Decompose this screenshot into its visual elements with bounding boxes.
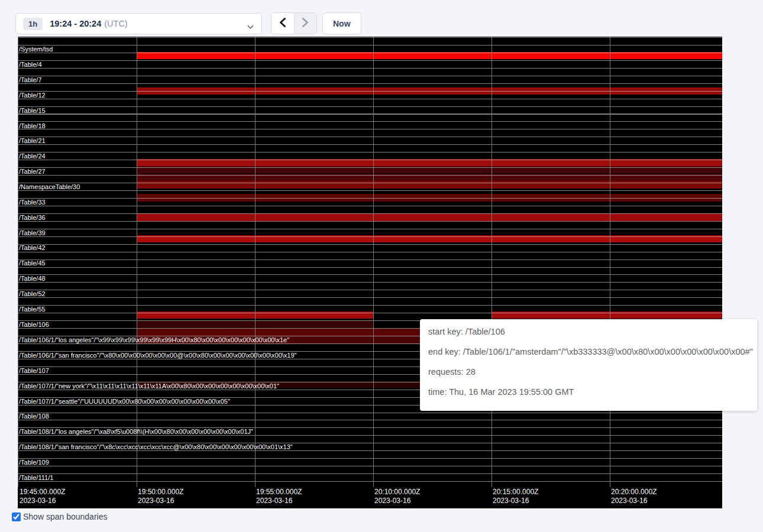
range-timezone: (UTC) [104, 19, 127, 28]
prev-interval-button[interactable] [271, 13, 294, 34]
chevron-down-icon [247, 21, 254, 32]
row-label: /NamespaceTable/30 [19, 183, 80, 190]
row-label: /Table/45 [19, 259, 46, 267]
time-gridline [255, 37, 256, 487]
row-label: /Table/33 [19, 199, 46, 206]
toolbar: 1h 19:24 - 20:24 (UTC) Now [0, 0, 763, 37]
now-button[interactable]: Now [322, 12, 361, 34]
time-range-select[interactable]: 1h 19:24 - 20:24 (UTC) [15, 13, 262, 34]
chevron-right-icon [302, 18, 309, 29]
cell-tooltip: start key: /Table/106end key: /Table/106… [420, 319, 757, 411]
show-span-boundaries-checkbox[interactable] [12, 512, 21, 521]
row-label: /Table/24 [19, 153, 46, 160]
row-label: /Table/42 [19, 244, 46, 251]
row-label: /Table/55 [19, 306, 46, 313]
x-axis-tick: 20:20:00.000Z2023-03-16 [611, 488, 657, 505]
range-label: 19:24 - 20:24 [50, 19, 101, 28]
row-label: /Table/12 [19, 92, 46, 99]
row-label: /Table/106 [19, 321, 49, 328]
row-label: /Table/108 [19, 413, 49, 420]
row-label: /Table/18 [19, 122, 46, 129]
row-label: /Table/107 [19, 367, 49, 374]
row-label: /Table/27 [19, 168, 46, 175]
next-interval-button[interactable] [294, 13, 316, 34]
tooltip-line: time: Thu, 16 Mar 2023 19:55:00 GMT [428, 382, 749, 402]
time-gridline [610, 37, 610, 487]
time-gridline [18, 37, 18, 487]
row-label: /Table/36 [19, 214, 46, 221]
row-label: /Table/15 [19, 107, 46, 114]
span-boundary-lines [18, 37, 722, 487]
x-axis-tick: 19:45:00.000Z2023-03-16 [20, 488, 65, 505]
time-nav-group [271, 12, 317, 34]
row-label: /Table/4 [19, 61, 42, 68]
row-label: /Table/107/1/"new york"/"\x11\x11\x11\x1… [19, 382, 279, 390]
row-label: /Table/48 [19, 275, 46, 282]
range-duration-badge: 1h [23, 18, 43, 30]
footer-controls: Show span boundaries [12, 512, 107, 521]
row-label: /Table/7 [19, 76, 42, 83]
row-label: /Table/39 [19, 229, 46, 236]
x-axis-tick: 20:15:00.000Z2023-03-16 [493, 488, 538, 505]
time-gridline [137, 37, 137, 487]
row-label: /Table/21 [19, 137, 46, 144]
tooltip-line: requests: 28 [428, 362, 749, 382]
tooltip-line: end key: /Table/106/1/"amsterdam"/"\xb33… [428, 342, 749, 362]
row-label: /Table/106/1/"los angeles"/"\x99\x99\x99… [19, 336, 289, 343]
time-gridline [492, 37, 492, 487]
row-label: /Table/108/1/"san francisco"/"\x8c\xcc\x… [19, 443, 293, 450]
row-label: /Table/108/1/"los angeles"/"\xa8\xf5\u00… [19, 428, 253, 435]
row-label: /Table/107/1/"seattle"/"UUUUUUD\x00\x80\… [19, 398, 230, 405]
chevron-left-icon [279, 18, 286, 29]
time-gridline [373, 37, 374, 487]
x-axis-tick: 20:10:00.000Z2023-03-16 [374, 488, 420, 505]
tooltip-line: start key: /Table/106 [428, 322, 749, 342]
key-visualizer-canvas[interactable]: /System/tsd/Table/4/Table/7/Table/12/Tab… [18, 37, 722, 508]
row-label: /Table/106/1/"san francisco"/"\x80\x00\x… [19, 352, 297, 359]
row-label: /System/tsd [19, 46, 53, 53]
row-label: /Table/111/1 [19, 474, 53, 481]
row-label: /Table/52 [19, 290, 46, 297]
x-axis-tick: 19:50:00.000Z2023-03-16 [138, 488, 183, 505]
row-label: /Table/109 [19, 459, 49, 466]
show-span-boundaries-label: Show span boundaries [23, 512, 107, 521]
x-axis-tick: 19:55:00.000Z2023-03-16 [256, 488, 302, 505]
